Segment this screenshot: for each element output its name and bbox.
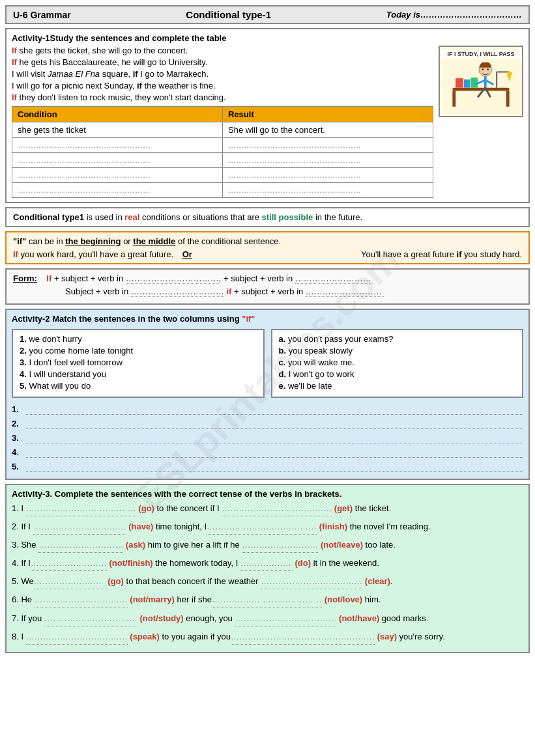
table-row: she gets the ticket She will go to the c… — [12, 122, 433, 138]
unit-label: U-6 Grammar — [13, 10, 71, 20]
result-cell-3: …………………………………………… — [223, 153, 433, 168]
activity1-container: If she gets the ticket, she will go to t… — [12, 46, 523, 198]
sentence-2: If he gets his Baccalaureate, he will go… — [12, 57, 433, 67]
list-item: 5. What will you do — [20, 381, 257, 391]
sentence-5: If they don't listen to rock music, they… — [12, 92, 433, 102]
result-cell-5: …………………………………………… — [223, 183, 433, 198]
answer-line-2: 2. — [12, 417, 523, 429]
list-item: 4. I will understand you — [20, 369, 257, 379]
table-row: …………………………………………… …………………………………………… — [12, 183, 433, 198]
activity1-sentences: If she gets the ticket, she will go to t… — [12, 46, 433, 198]
activity3-header: Activity-3. Complete the sentences with … — [12, 489, 523, 499]
page-header: U-6 Grammar Conditional type-1 Today is…… — [5, 5, 530, 24]
condition-cell-5: …………………………………………… — [12, 183, 223, 198]
condition-cell-4: …………………………………………… — [12, 168, 223, 183]
activity1-section: Activity-1Study the sentences and comple… — [5, 28, 530, 203]
list-item: 2. you come home late tonight — [20, 346, 257, 356]
result-cell-2: …………………………………………… — [223, 138, 433, 153]
answer-line-5: 5. — [12, 460, 523, 472]
answer-line-1: 1. — [12, 403, 523, 415]
svg-rect-2 — [506, 91, 510, 107]
activity2-columns: 1. we don't hurry 2. you come home late … — [12, 329, 523, 398]
result-cell-4: …………………………………………… — [223, 168, 433, 183]
svg-point-16 — [487, 68, 489, 70]
svg-rect-1 — [452, 91, 455, 107]
condition-cell-1: she gets the ticket — [12, 122, 223, 138]
act3-line-6: 6. He …………………………… (not/marry) her if she… — [12, 593, 523, 608]
activity2-section: Activity-2 Match the sentences in the tw… — [5, 309, 530, 480]
info2-line1: "if" can be in the beginning or the midd… — [13, 236, 522, 246]
svg-point-15 — [482, 68, 484, 70]
today-label: Today is……………………………… — [386, 10, 522, 20]
condition-table: Condition Result she gets the ticket She… — [12, 106, 433, 198]
sentence-4: I will go for a picnic next Sunday, if t… — [12, 81, 433, 91]
activity2-right-col: a. you don't pass your exams? b. you spe… — [271, 329, 524, 398]
info1-conditional: Conditional type1 — [13, 212, 84, 222]
act3-line-3: 3. She ………………………… (ask) him to give her … — [12, 538, 523, 553]
activity3-section: Activity-3. Complete the sentences with … — [5, 484, 530, 653]
act3-line-2: 2. If I …………………………… (have) time tonight,… — [12, 520, 523, 535]
info1-possible: still possible — [262, 212, 313, 222]
svg-rect-3 — [455, 78, 463, 88]
list-item: 3. I don't feel well tomorrow — [20, 357, 257, 367]
info1-text1: is used in — [87, 212, 125, 222]
sentence-1: If she gets the ticket, she will go to t… — [12, 46, 433, 55]
result-cell-1: She will go to the concert. — [223, 122, 433, 138]
condition-cell-3: …………………………………………… — [12, 153, 223, 168]
list-item: a. you don't pass your exams? — [279, 334, 516, 344]
page-title: Conditional type-1 — [186, 9, 271, 20]
table-header-condition: Condition — [12, 107, 223, 122]
answer-line-4: 4. — [12, 446, 523, 458]
act3-line-7: 7. If you …………………………… (not/study) enough… — [12, 611, 523, 626]
info-box-1: Conditional type1 is used in real condit… — [5, 207, 530, 227]
info-box-2: "if" can be in the beginning or the midd… — [5, 231, 530, 264]
form-line-2: Subject + verb in …………………………… if + subje… — [13, 287, 522, 297]
svg-marker-8 — [506, 72, 513, 81]
list-item: e. we'll be late — [279, 381, 516, 391]
form-section: Form: If + subject + verb in ……………………………… — [5, 268, 530, 305]
info1-text3: in the future. — [315, 212, 362, 222]
sentence-3: I will visit Jamaa El Fna square, if I g… — [12, 69, 433, 79]
act3-line-1: 1. I ………………………………… (go) to the concert i… — [12, 501, 523, 516]
list-item: 1. we don't hurry — [20, 334, 257, 344]
act3-line-4: 4. If I……………………… (not/finish) the homewo… — [12, 556, 523, 571]
table-row: …………………………………………… …………………………………………… — [12, 138, 433, 153]
list-item: c. you will wake me. — [279, 357, 516, 367]
act3-line-5: 5. We…………………… (go) to that beach concert… — [12, 574, 523, 589]
table-row: …………………………………………… …………………………………………… — [12, 153, 433, 168]
list-item: b. you speak slowly — [279, 346, 516, 356]
info1-real: real — [124, 212, 139, 222]
activity2-answers: 1. 2. 3. 4. 5. — [12, 403, 523, 472]
image-caption: IF I STUDY, I WILL PASS — [440, 49, 522, 59]
table-row: …………………………………………… …………………………………………… — [12, 168, 433, 183]
act3-line-8: 8. I ……………………………… (speak) to you again i… — [12, 630, 523, 645]
info1-text2: conditions or situations that are — [142, 212, 262, 222]
table-header-result: Result — [223, 107, 433, 122]
svg-rect-0 — [452, 88, 509, 91]
list-item: d. I won't go to work — [279, 369, 516, 379]
condition-cell-2: …………………………………………… — [12, 138, 223, 153]
activity1-image: IF I STUDY, I WILL PASS — [439, 46, 523, 117]
svg-rect-4 — [464, 79, 470, 88]
info2-example: If you work hard, you'll have a great fu… — [13, 249, 522, 259]
activity2-header: Activity-2 Match the sentences in the tw… — [12, 314, 523, 324]
form-line-1: Form: If + subject + verb in ……………………………… — [13, 273, 522, 284]
activity2-left-col: 1. we don't hurry 2. you come home late … — [12, 329, 265, 398]
activity1-header: Activity-1Study the sentences and comple… — [12, 33, 523, 43]
answer-line-3: 3. — [12, 432, 523, 443]
